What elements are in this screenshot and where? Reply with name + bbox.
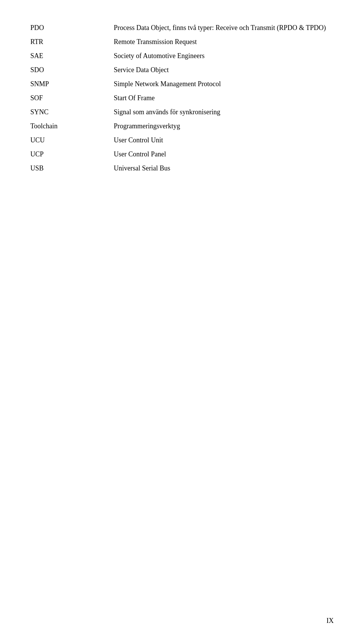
glossary-term: SAE (30, 51, 114, 61)
glossary-term: UCP (30, 149, 114, 159)
glossary-term: SOF (30, 93, 114, 103)
glossary-row: SNMPSimple Network Management Protocol (30, 79, 334, 89)
glossary-row: USBUniversal Serial Bus (30, 163, 334, 173)
glossary-term: USB (30, 163, 114, 173)
glossary-definition: User Control Panel (114, 149, 334, 159)
glossary-definition: User Control Unit (114, 135, 334, 145)
glossary-definition: Signal som används för synkronisering (114, 107, 334, 117)
glossary-row: SOFStart Of Frame (30, 93, 334, 103)
glossary-row: SAESociety of Automotive Engineers (30, 51, 334, 61)
glossary-row: SYNCSignal som används för synkroniserin… (30, 107, 334, 117)
glossary-term: SNMP (30, 79, 114, 89)
glossary-term: PDO (30, 23, 114, 33)
glossary-term: Toolchain (30, 121, 114, 131)
glossary-row: UCPUser Control Panel (30, 149, 334, 159)
glossary-definition: Service Data Object (114, 65, 334, 75)
page-number: IX (326, 617, 334, 625)
glossary-row: PDOProcess Data Object, finns två typer:… (30, 23, 334, 33)
glossary-term: RTR (30, 37, 114, 47)
glossary-definition: Programmeringsverktyg (114, 121, 334, 131)
glossary-term: UCU (30, 135, 114, 145)
glossary-row: RTRRemote Transmission Request (30, 37, 334, 47)
glossary-definition: Society of Automotive Engineers (114, 51, 334, 61)
glossary-row: SDOService Data Object (30, 65, 334, 75)
glossary-definition: Simple Network Management Protocol (114, 79, 334, 89)
glossary-definition: Universal Serial Bus (114, 163, 334, 173)
glossary-list: PDOProcess Data Object, finns två typer:… (30, 23, 334, 173)
glossary-row: UCUUser Control Unit (30, 135, 334, 145)
glossary-definition: Start Of Frame (114, 93, 334, 103)
glossary-definition: Process Data Object, finns två typer: Re… (114, 23, 334, 33)
glossary-term: SYNC (30, 107, 114, 117)
glossary-term: SDO (30, 65, 114, 75)
glossary-definition: Remote Transmission Request (114, 37, 334, 47)
glossary-row: ToolchainProgrammeringsverktyg (30, 121, 334, 131)
page-content: PDOProcess Data Object, finns två typer:… (0, 0, 364, 208)
